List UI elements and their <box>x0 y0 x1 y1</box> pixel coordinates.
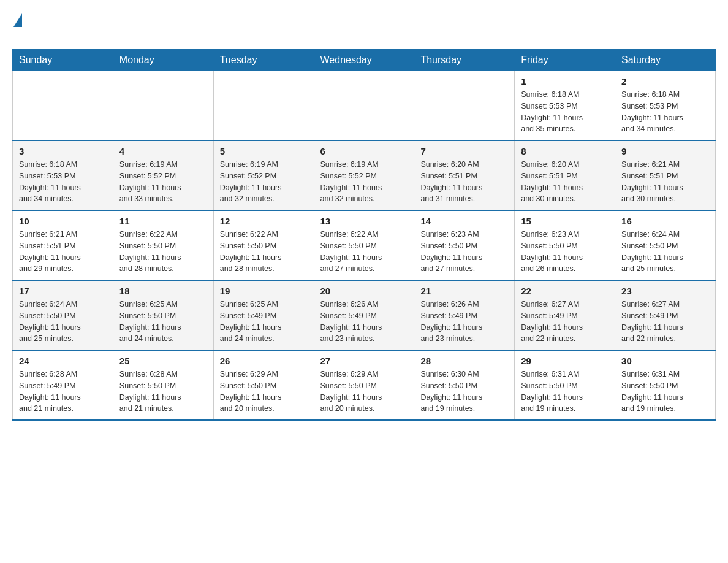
day-info: Sunrise: 6:26 AM Sunset: 5:49 PM Dayligh… <box>420 299 508 345</box>
day-info: Sunrise: 6:25 AM Sunset: 5:50 PM Dayligh… <box>119 299 207 345</box>
calendar-cell: 13Sunrise: 6:22 AM Sunset: 5:50 PM Dayli… <box>314 210 414 280</box>
calendar-cell: 15Sunrise: 6:23 AM Sunset: 5:50 PM Dayli… <box>515 210 615 280</box>
day-info: Sunrise: 6:29 AM Sunset: 5:50 PM Dayligh… <box>220 369 308 415</box>
calendar-cell: 26Sunrise: 6:29 AM Sunset: 5:50 PM Dayli… <box>213 350 314 420</box>
logo <box>12 12 22 43</box>
day-number: 6 <box>320 146 408 156</box>
day-info: Sunrise: 6:28 AM Sunset: 5:49 PM Dayligh… <box>19 369 107 415</box>
day-number: 8 <box>521 146 609 156</box>
day-info: Sunrise: 6:30 AM Sunset: 5:50 PM Dayligh… <box>420 369 508 415</box>
calendar-cell: 6Sunrise: 6:19 AM Sunset: 5:52 PM Daylig… <box>314 140 414 210</box>
weekday-header-friday: Friday <box>515 50 615 71</box>
calendar-cell: 11Sunrise: 6:22 AM Sunset: 5:50 PM Dayli… <box>113 210 213 280</box>
calendar-cell: 30Sunrise: 6:31 AM Sunset: 5:50 PM Dayli… <box>615 350 716 420</box>
day-info: Sunrise: 6:29 AM Sunset: 5:50 PM Dayligh… <box>320 369 408 415</box>
weekday-header-monday: Monday <box>113 50 213 71</box>
calendar-cell <box>113 71 213 141</box>
weekday-header-sunday: Sunday <box>13 50 113 71</box>
calendar-cell <box>414 71 515 141</box>
calendar-cell: 16Sunrise: 6:24 AM Sunset: 5:50 PM Dayli… <box>615 210 716 280</box>
calendar-cell <box>314 71 414 141</box>
day-info: Sunrise: 6:21 AM Sunset: 5:51 PM Dayligh… <box>621 159 709 205</box>
calendar-cell: 14Sunrise: 6:23 AM Sunset: 5:50 PM Dayli… <box>414 210 515 280</box>
calendar-cell: 24Sunrise: 6:28 AM Sunset: 5:49 PM Dayli… <box>13 350 113 420</box>
calendar-cell <box>213 71 314 141</box>
day-info: Sunrise: 6:21 AM Sunset: 5:51 PM Dayligh… <box>19 229 107 275</box>
day-info: Sunrise: 6:19 AM Sunset: 5:52 PM Dayligh… <box>220 159 308 205</box>
calendar-cell: 5Sunrise: 6:19 AM Sunset: 5:52 PM Daylig… <box>213 140 314 210</box>
day-number: 29 <box>521 356 609 366</box>
calendar-cell: 22Sunrise: 6:27 AM Sunset: 5:49 PM Dayli… <box>515 280 615 350</box>
weekday-header-thursday: Thursday <box>414 50 515 71</box>
day-info: Sunrise: 6:28 AM Sunset: 5:50 PM Dayligh… <box>119 369 207 415</box>
calendar-cell: 8Sunrise: 6:20 AM Sunset: 5:51 PM Daylig… <box>515 140 615 210</box>
calendar-cell: 25Sunrise: 6:28 AM Sunset: 5:50 PM Dayli… <box>113 350 213 420</box>
calendar-cell: 2Sunrise: 6:18 AM Sunset: 5:53 PM Daylig… <box>615 71 716 141</box>
day-info: Sunrise: 6:19 AM Sunset: 5:52 PM Dayligh… <box>320 159 408 205</box>
day-number: 3 <box>19 146 107 156</box>
day-info: Sunrise: 6:18 AM Sunset: 5:53 PM Dayligh… <box>19 159 107 205</box>
calendar-header-row: SundayMondayTuesdayWednesdayThursdayFrid… <box>13 50 716 71</box>
day-info: Sunrise: 6:23 AM Sunset: 5:50 PM Dayligh… <box>521 229 609 275</box>
calendar-cell <box>13 71 113 141</box>
calendar-cell: 17Sunrise: 6:24 AM Sunset: 5:50 PM Dayli… <box>13 280 113 350</box>
day-number: 11 <box>119 216 207 226</box>
day-number: 28 <box>420 356 508 366</box>
day-info: Sunrise: 6:22 AM Sunset: 5:50 PM Dayligh… <box>119 229 207 275</box>
day-number: 25 <box>119 356 207 366</box>
day-number: 9 <box>621 146 709 156</box>
calendar-cell: 9Sunrise: 6:21 AM Sunset: 5:51 PM Daylig… <box>615 140 716 210</box>
day-number: 4 <box>119 146 207 156</box>
day-number: 21 <box>420 286 508 296</box>
day-info: Sunrise: 6:26 AM Sunset: 5:49 PM Dayligh… <box>320 299 408 345</box>
day-info: Sunrise: 6:31 AM Sunset: 5:50 PM Dayligh… <box>621 369 709 415</box>
day-info: Sunrise: 6:24 AM Sunset: 5:50 PM Dayligh… <box>621 229 709 275</box>
weekday-header-wednesday: Wednesday <box>314 50 414 71</box>
day-number: 19 <box>220 286 308 296</box>
weekday-header-tuesday: Tuesday <box>213 50 314 71</box>
day-number: 10 <box>19 216 107 226</box>
calendar-cell: 12Sunrise: 6:22 AM Sunset: 5:50 PM Dayli… <box>213 210 314 280</box>
day-number: 7 <box>420 146 508 156</box>
calendar-cell: 20Sunrise: 6:26 AM Sunset: 5:49 PM Dayli… <box>314 280 414 350</box>
calendar-cell: 28Sunrise: 6:30 AM Sunset: 5:50 PM Dayli… <box>414 350 515 420</box>
logo-triangle-icon <box>13 13 22 27</box>
calendar-week-row: 24Sunrise: 6:28 AM Sunset: 5:49 PM Dayli… <box>13 350 716 420</box>
day-number: 27 <box>320 356 408 366</box>
day-info: Sunrise: 6:18 AM Sunset: 5:53 PM Dayligh… <box>621 89 709 135</box>
day-info: Sunrise: 6:22 AM Sunset: 5:50 PM Dayligh… <box>220 229 308 275</box>
day-number: 24 <box>19 356 107 366</box>
day-number: 5 <box>220 146 308 156</box>
day-info: Sunrise: 6:19 AM Sunset: 5:52 PM Dayligh… <box>119 159 207 205</box>
day-number: 16 <box>621 216 709 226</box>
day-number: 22 <box>521 286 609 296</box>
day-number: 20 <box>320 286 408 296</box>
calendar-week-row: 1Sunrise: 6:18 AM Sunset: 5:53 PM Daylig… <box>13 71 716 141</box>
calendar-week-row: 17Sunrise: 6:24 AM Sunset: 5:50 PM Dayli… <box>13 280 716 350</box>
day-info: Sunrise: 6:24 AM Sunset: 5:50 PM Dayligh… <box>19 299 107 345</box>
day-number: 13 <box>320 216 408 226</box>
day-number: 23 <box>621 286 709 296</box>
calendar-week-row: 3Sunrise: 6:18 AM Sunset: 5:53 PM Daylig… <box>13 140 716 210</box>
day-info: Sunrise: 6:20 AM Sunset: 5:51 PM Dayligh… <box>420 159 508 205</box>
day-info: Sunrise: 6:27 AM Sunset: 5:49 PM Dayligh… <box>621 299 709 345</box>
calendar-cell: 29Sunrise: 6:31 AM Sunset: 5:50 PM Dayli… <box>515 350 615 420</box>
day-info: Sunrise: 6:23 AM Sunset: 5:50 PM Dayligh… <box>420 229 508 275</box>
calendar-cell: 23Sunrise: 6:27 AM Sunset: 5:49 PM Dayli… <box>615 280 716 350</box>
calendar-cell: 4Sunrise: 6:19 AM Sunset: 5:52 PM Daylig… <box>113 140 213 210</box>
day-number: 12 <box>220 216 308 226</box>
calendar-cell: 18Sunrise: 6:25 AM Sunset: 5:50 PM Dayli… <box>113 280 213 350</box>
day-info: Sunrise: 6:18 AM Sunset: 5:53 PM Dayligh… <box>521 89 609 135</box>
page-header <box>12 12 716 43</box>
day-number: 17 <box>19 286 107 296</box>
day-number: 2 <box>621 76 709 86</box>
day-number: 1 <box>521 76 609 86</box>
day-info: Sunrise: 6:25 AM Sunset: 5:49 PM Dayligh… <box>220 299 308 345</box>
calendar-cell: 3Sunrise: 6:18 AM Sunset: 5:53 PM Daylig… <box>13 140 113 210</box>
calendar-cell: 7Sunrise: 6:20 AM Sunset: 5:51 PM Daylig… <box>414 140 515 210</box>
day-number: 14 <box>420 216 508 226</box>
day-number: 15 <box>521 216 609 226</box>
weekday-header-saturday: Saturday <box>615 50 716 71</box>
calendar-table: SundayMondayTuesdayWednesdayThursdayFrid… <box>12 49 716 421</box>
day-number: 26 <box>220 356 308 366</box>
